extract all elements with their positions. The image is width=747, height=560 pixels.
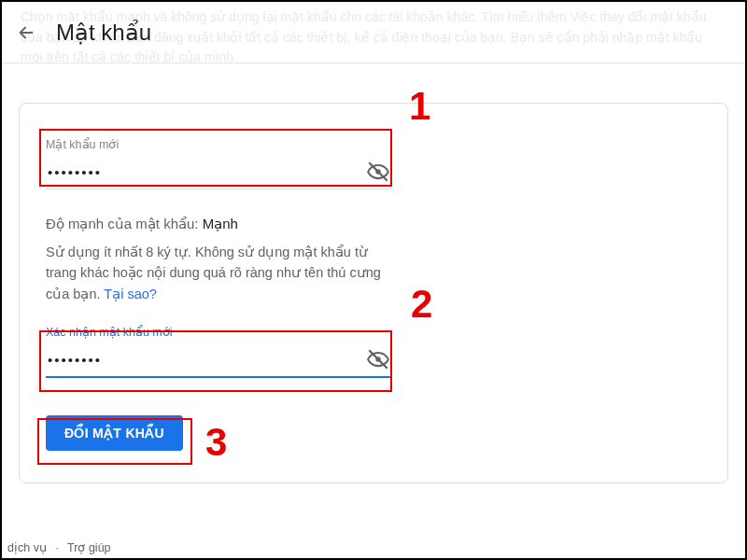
strength-label: Độ mạnh của mật khẩu: [46,216,199,231]
confirm-password-input[interactable] [46,351,365,369]
why-link[interactable]: Tại sao? [104,287,157,301]
header-bar: Mật khẩu [2,2,745,63]
password-card: Mật khẩu mới Độ mạnh của mật khẩu: Mạnh … [19,103,728,483]
page-title: Mật khẩu [56,20,151,46]
visibility-off-icon[interactable] [365,348,391,371]
confirm-password-field: Xác nhận mật khẩu mới [46,325,391,378]
strength-value: Mạnh [203,216,238,231]
password-hint: Sử dụng ít nhất 8 ký tự. Không sử dụng m… [46,242,382,304]
change-password-button[interactable]: ĐỔI MẬT KHẨU [46,415,183,451]
new-password-label: Mật khẩu mới [46,137,391,151]
back-icon[interactable] [15,21,37,44]
footer-service-link[interactable]: dịch vụ [7,541,47,554]
new-password-input[interactable] [46,163,365,181]
confirm-password-label: Xác nhận mật khẩu mới [46,325,391,339]
hint-text: Sử dụng ít nhất 8 ký tự. Không sử dụng m… [46,245,381,301]
visibility-off-icon[interactable] [365,161,391,183]
footer-links: dịch vụ · Trợ giúp [7,540,111,554]
footer-dot: · [55,541,58,554]
new-password-field: Mật khẩu mới [46,137,391,189]
footer-help-link[interactable]: Trợ giúp [67,541,110,554]
password-strength: Độ mạnh của mật khẩu: Mạnh [46,216,701,232]
